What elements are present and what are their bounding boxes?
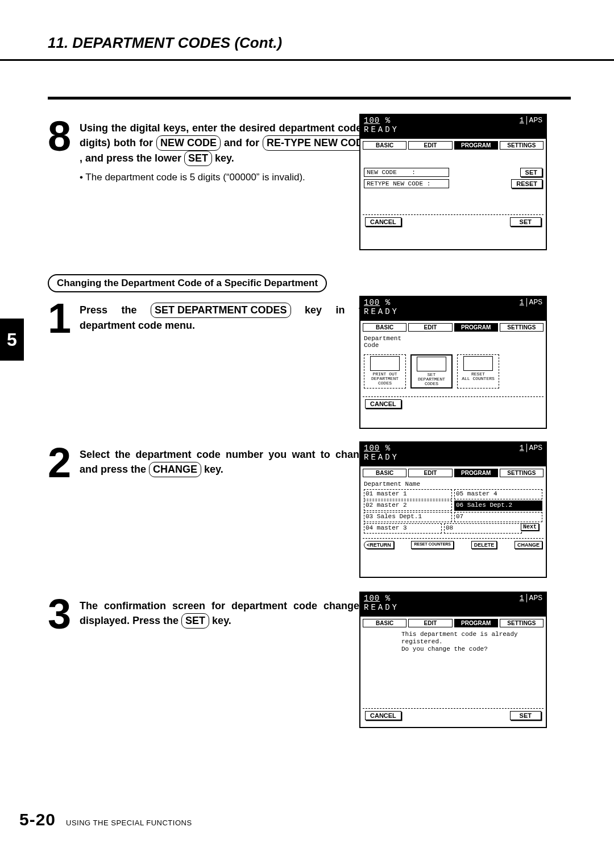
lcd-header: 100 % READY 1APS <box>360 115 546 139</box>
lcd-panel-dept-list: 100 % READY 1APS BASIC EDIT PROGRAM SETT… <box>359 441 547 578</box>
cancel-button[interactable]: CANCEL <box>365 217 401 226</box>
field-new-code[interactable]: NEW CODE : <box>364 168 449 177</box>
tab-basic-2[interactable]: BASIC <box>363 323 406 332</box>
set-button-upper[interactable]: SET <box>520 168 542 177</box>
set-button-4[interactable]: SET <box>510 711 541 720</box>
step3-text-b: key. <box>212 615 231 626</box>
copy-count: 1 <box>520 116 527 125</box>
set-dept-codes-button[interactable]: SET DEPARTMENT CODES <box>410 354 453 388</box>
zoom-value-3: 100 <box>364 444 380 453</box>
new-code-label: NEW CODE <box>367 169 397 176</box>
step8-text-c: , and press the lower <box>80 152 184 164</box>
return-label: RETURN <box>370 542 391 548</box>
tab-settings-3[interactable]: SETTINGS <box>500 469 544 477</box>
reset-all-counters-button[interactable]: RESET ALL COUNTERS <box>457 354 499 388</box>
tab-settings-2[interactable]: SETTINGS <box>500 323 544 332</box>
dept-02[interactable]: 02 master 2 <box>364 501 452 511</box>
keycap-set-dept-codes: SET DEPARTMENT CODES <box>151 303 291 318</box>
step1-text: Press the SET DEPARTMENT CODES key in th… <box>80 301 381 333</box>
next-button[interactable]: Next <box>521 523 539 531</box>
cancel-button-4[interactable]: CANCEL <box>365 711 401 720</box>
step1-text-a: Press the <box>80 304 151 316</box>
zoom-pct-2: % <box>385 298 391 307</box>
tab-program-3[interactable]: PROGRAM <box>454 469 498 477</box>
dept-07[interactable]: 07 <box>454 512 542 522</box>
tab-edit-3[interactable]: EDIT <box>408 469 452 477</box>
page-number: 5-20 <box>19 810 56 829</box>
tab-settings-4[interactable]: SETTINGS <box>500 619 544 627</box>
reset-counters-button[interactable]: RESET COUNTERS <box>411 541 454 549</box>
dept-name-label: Department Name <box>364 481 542 487</box>
chapter-tab: 5 <box>0 319 24 361</box>
lcd-panel-dept-menu: 100 % READY 1APS BASIC EDIT PROGRAM SETT… <box>359 296 547 429</box>
change-button[interactable]: CHANGE <box>515 541 542 549</box>
page-title: 11. DEPARTMENT CODES (Cont.) <box>0 0 614 60</box>
step-number-8: 8 <box>48 119 80 153</box>
heavy-rule <box>48 97 571 100</box>
return-button[interactable]: <RETURN <box>364 541 394 549</box>
footer-section: USING THE SPECIAL FUNCTIONS <box>66 819 192 827</box>
keycap-set-lower: SET <box>184 151 212 166</box>
zoom-value: 100 <box>364 116 380 125</box>
tab-program-4[interactable]: PROGRAM <box>454 619 498 627</box>
aps-label-3: APS <box>529 444 542 452</box>
step-number-3: 3 <box>48 597 80 631</box>
step8-text-b: and for <box>224 137 263 148</box>
tab-edit[interactable]: EDIT <box>408 141 452 150</box>
printer-icon <box>370 356 400 371</box>
step-number-2: 2 <box>48 446 80 480</box>
dept-06[interactable]: 06 Sales Dept.2 <box>454 501 542 511</box>
lcd-panel-new-code: 100 % READY 1APS BASIC EDIT PROGRAM SETT… <box>359 114 547 250</box>
field-retype-code[interactable]: RETYPE NEW CODE : <box>364 179 449 188</box>
subheading-pill: Changing the Department Code of a Specif… <box>48 274 327 292</box>
delete-button[interactable]: DELETE <box>471 541 497 549</box>
tab-program-2[interactable]: PROGRAM <box>454 323 498 332</box>
tab-edit-4[interactable]: EDIT <box>408 619 452 627</box>
dept-03[interactable]: 03 Sales Dept.1 <box>364 512 452 522</box>
keycap-retype: RE-TYPE NEW CODE <box>263 135 374 151</box>
tab-basic-3[interactable]: BASIC <box>363 469 406 477</box>
title-underline <box>0 59 614 61</box>
ready-label-2: READY <box>364 307 542 316</box>
zoom-value-2: 100 <box>364 298 380 307</box>
zoom-value-4: 100 <box>364 594 380 603</box>
copy-count-2: 1 <box>520 298 527 307</box>
step3-text: The confirmation screen for department c… <box>80 597 381 629</box>
dept-05[interactable]: 05 master 4 <box>454 489 542 499</box>
cancel-button-2[interactable]: CANCEL <box>365 399 401 408</box>
zoom-pct-4: % <box>385 594 391 603</box>
dept-01[interactable]: 01 master 1 <box>364 489 452 499</box>
dept-code-label: Department Code <box>364 335 542 349</box>
pencil-icon <box>417 357 446 371</box>
step8-text: Using the digital keys, enter the desire… <box>80 119 381 185</box>
retype-label: RETYPE NEW CODE <box>367 180 423 187</box>
dept-08[interactable]: 08 <box>444 523 522 534</box>
tab-basic[interactable]: BASIC <box>363 141 406 150</box>
confirm-message: This department code is already register… <box>401 631 542 654</box>
tab-program[interactable]: PROGRAM <box>454 141 498 150</box>
print-out-codes-button[interactable]: PRINT OUT DEPARTMENT CODES <box>364 354 406 388</box>
ready-label-4: READY <box>364 603 542 612</box>
page-footer: 5-20 USING THE SPECIAL FUNCTIONS <box>19 810 192 829</box>
aps-label: APS <box>529 116 542 125</box>
lcd-header-2: 100 % READY 1APS <box>360 297 546 321</box>
tab-edit-2[interactable]: EDIT <box>408 323 452 332</box>
set-button-lower[interactable]: SET <box>510 217 541 226</box>
reset-button[interactable]: RESET <box>511 179 542 188</box>
step2-text-a: Select the department code number you wa… <box>80 449 374 475</box>
tab-settings[interactable]: SETTINGS <box>500 141 544 150</box>
zoom-pct-3: % <box>385 444 391 453</box>
aps-label-4: APS <box>529 594 542 602</box>
copy-count-3: 1 <box>520 444 527 452</box>
step8-note: • The department code is 5 digits (“0000… <box>80 166 374 185</box>
print-out-label: PRINT OUT DEPARTMENT CODES <box>365 372 405 386</box>
zoom-pct: % <box>385 116 391 125</box>
dept-04[interactable]: 04 master 3 <box>364 523 442 534</box>
step2-text: Select the department code number you wa… <box>80 446 381 477</box>
ready-label-3: READY <box>364 453 542 462</box>
tab-basic-4[interactable]: BASIC <box>363 619 406 627</box>
step2-text-b: key. <box>204 464 223 475</box>
aps-label-2: APS <box>529 298 542 307</box>
lcd-panel-confirm: 100 % READY 1APS BASIC EDIT PROGRAM SETT… <box>359 592 547 728</box>
reset-all-label: RESET ALL COUNTERS <box>458 372 498 381</box>
